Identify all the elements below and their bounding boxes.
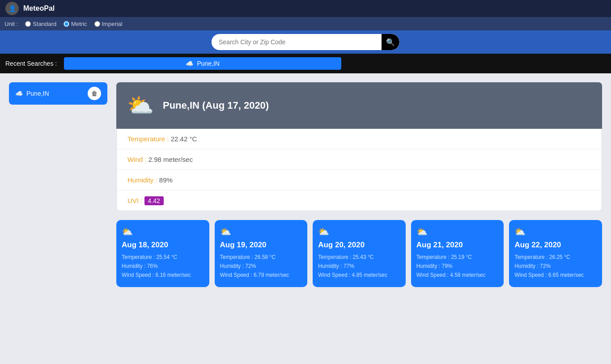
trash-icon: 🗑 (91, 90, 98, 97)
unit-metric[interactable]: Metric (64, 21, 87, 27)
app-header: 👤 MeteoPal (0, 0, 611, 17)
forecast-hum-label-0: Humidity : (122, 263, 147, 269)
forecast-icon-4: ⛅ (514, 226, 597, 237)
wind-label: Wind : (127, 156, 147, 163)
forecast-icon-0: ⛅ (122, 226, 204, 237)
forecast-date-3: Aug 21, 2020 (416, 241, 499, 250)
forecast-temp-0: Temperature : 25.54 °C (122, 254, 204, 260)
forecast-humidity-1: Humidity : 72% (220, 263, 302, 269)
sidebar: ☁️ Pune,IN 🗑 (9, 82, 107, 287)
forecast-card-0: ⛅ Aug 18, 2020 Temperature : 25.54 °C Hu… (116, 220, 209, 287)
forecast-icon-1: ⛅ (220, 226, 302, 237)
uvi-label: UVI : (127, 197, 142, 204)
cloud-icon: ☁️ (186, 60, 193, 67)
sidebar-city-label: Pune,IN (26, 90, 49, 97)
forecast-date-0: Aug 18, 2020 (122, 241, 204, 250)
forecast-temp-label-0: Temperature : (122, 254, 156, 260)
wind-row: Wind : 2.98 meter/sec (117, 149, 602, 170)
search-wrapper: 🔍 (212, 34, 399, 50)
chip-left: ☁️ Pune,IN (15, 90, 49, 97)
forecast-humidity-4: Humidity : 72% (514, 263, 597, 269)
search-input[interactable] (212, 35, 382, 49)
temperature-value: 22.42 °C (171, 135, 197, 143)
search-icon: 🔍 (386, 38, 395, 47)
forecast-icon-2: ⛅ (318, 226, 400, 237)
wind-value: 2.98 meter/sec (149, 156, 193, 163)
forecast-date-4: Aug 22, 2020 (514, 241, 597, 250)
forecast-humidity-3: Humidity : 79% (416, 263, 499, 269)
weather-city-title: Pune,IN (Aug 17, 2020) (163, 100, 269, 111)
forecast-date-2: Aug 20, 2020 (318, 241, 400, 250)
app-title: MeteoPal (23, 4, 55, 13)
cloud-icon-sidebar: ☁️ (15, 90, 23, 97)
recent-label: Recent Searches : (5, 60, 57, 67)
forecast-humidity-2: Humidity : 77% (318, 263, 400, 269)
forecast-wind-0: Wind Speed : 6.16 meter/sec (122, 272, 204, 278)
unit-standard-label: Standard (33, 21, 56, 27)
forecast-icon-3: ⛅ (416, 226, 499, 237)
forecast-wind-1: Wind Speed : 6.79 meter/sec (220, 272, 302, 278)
temperature-row: Temperature : 22.42 °C (117, 129, 602, 149)
unit-metric-radio[interactable] (64, 21, 69, 27)
unit-imperial-radio[interactable] (94, 21, 100, 27)
forecast-date-1: Aug 19, 2020 (220, 241, 302, 250)
recent-bar: Recent Searches : ☁️ Pune,IN (0, 54, 611, 73)
unit-imperial-label: Imperial (102, 21, 123, 27)
humidity-row: Humidity : 89% (117, 170, 602, 190)
forecast-wind-4: Wind Speed : 6.65 meter/sec (514, 272, 597, 278)
avatar: 👤 (5, 2, 19, 15)
forecast-wind-label-0: Wind Speed : (122, 272, 155, 278)
unit-imperial[interactable]: Imperial (94, 21, 123, 27)
current-weather-header: ⛅ Pune,IN (Aug 17, 2020) (116, 82, 602, 129)
unit-standard[interactable]: Standard (25, 21, 56, 27)
unit-bar: Unit : Standard Metric Imperial (0, 17, 611, 30)
forecast-temp-3: Temperature : 25.19 °C (416, 254, 499, 260)
weather-icon-main: ⛅ (127, 93, 154, 118)
unit-label: Unit : (4, 21, 18, 27)
forecast-card-2: ⛅ Aug 20, 2020 Temperature : 25.43 °C Hu… (313, 220, 406, 287)
forecast-section: ⛅ Aug 18, 2020 Temperature : 25.54 °C Hu… (116, 220, 602, 287)
search-button[interactable]: 🔍 (382, 34, 399, 50)
search-bar: 🔍 (0, 30, 611, 54)
sidebar-chip-pune[interactable]: ☁️ Pune,IN 🗑 (9, 82, 107, 105)
forecast-card-1: ⛅ Aug 19, 2020 Temperature : 26.58 °C Hu… (215, 220, 308, 287)
uvi-row: UVI : 4.42 (117, 190, 602, 211)
forecast-card-3: ⛅ Aug 21, 2020 Temperature : 25.19 °C Hu… (411, 220, 504, 287)
temperature-label: Temperature : (127, 135, 169, 143)
delete-button[interactable]: 🗑 (88, 87, 101, 100)
weather-main: ⛅ Pune,IN (Aug 17, 2020) Temperature : 2… (116, 82, 602, 287)
recent-chip-pune[interactable]: ☁️ Pune,IN (64, 57, 341, 70)
main-content: ☁️ Pune,IN 🗑 ⛅ Pune,IN (Aug 17, 2020) Te… (0, 73, 611, 296)
uvi-badge: 4.42 (144, 196, 164, 205)
humidity-value: 89% (159, 176, 173, 184)
humidity-label: Humidity : (127, 176, 157, 184)
forecast-temp-4: Temperature : 26.25 °C (514, 254, 597, 260)
unit-standard-radio[interactable] (25, 21, 31, 27)
current-weather-details: Temperature : 22.42 °C Wind : 2.98 meter… (116, 129, 602, 211)
forecast-card-4: ⛅ Aug 22, 2020 Temperature : 26.25 °C Hu… (509, 220, 602, 287)
forecast-wind-3: Wind Speed : 4.58 meter/sec (416, 272, 499, 278)
recent-chip-label: Pune,IN (197, 60, 220, 67)
forecast-temp-2: Temperature : 25.43 °C (318, 254, 400, 260)
unit-metric-label: Metric (71, 21, 87, 27)
forecast-humidity-0: Humidity : 76% (122, 263, 204, 269)
forecast-temp-1: Temperature : 26.58 °C (220, 254, 302, 260)
forecast-wind-2: Wind Speed : 4.85 meter/sec (318, 272, 400, 278)
